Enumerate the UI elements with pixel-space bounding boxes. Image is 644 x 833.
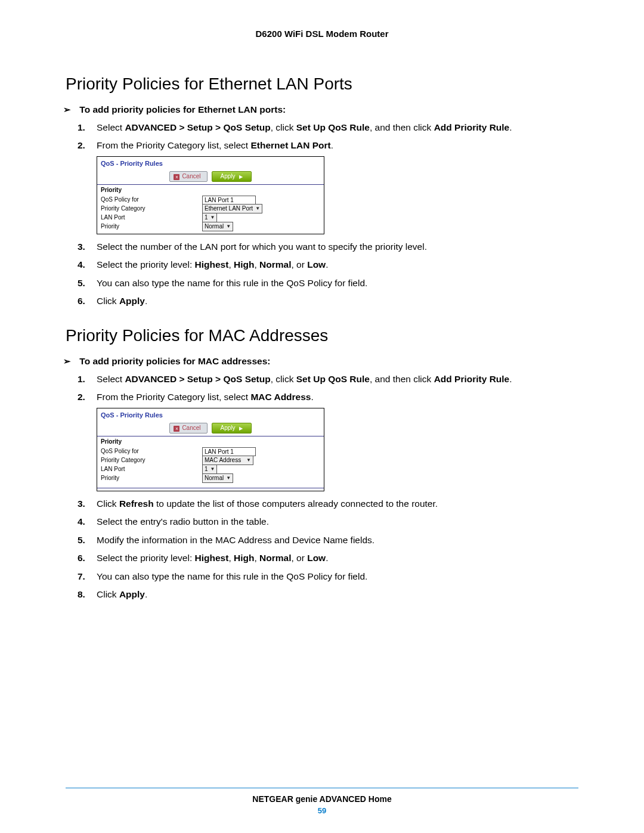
priority-select[interactable]: Normal▼ [202,222,233,231]
fig-label: Priority [101,222,202,231]
step-number: 4. [78,258,85,271]
apply-button[interactable]: Apply▶ [212,171,252,182]
page-number: 59 [66,806,578,815]
figure-qos-mac: QoS - Priority Rules xCancel Apply▶ Prio… [97,408,324,491]
fig-label: LAN Port [101,213,202,222]
chevron-down-icon: ▼ [226,475,231,482]
priority-select[interactable]: Normal▼ [202,473,233,483]
doc-header: D6200 WiFi DSL Modem Router [66,29,578,39]
section1-intro: ➢ To add priority policies for Ethernet … [66,104,578,115]
step-number: 1. [78,121,85,134]
fig-label: QoS Policy for [101,196,202,205]
chevron-down-icon: ▼ [255,205,260,212]
section2-intro-text: To add priority policies for MAC address… [79,356,270,366]
step-number: 6. [78,552,85,565]
arrow-icon: ➢ [63,356,71,366]
step-number: 6. [78,295,85,308]
page-footer: NETGEAR genie ADVANCED Home 59 [66,788,578,815]
cancel-button[interactable]: xCancel [169,171,207,182]
step-number: 8. [78,588,85,601]
fig-label: Priority Category [101,205,202,213]
priority-category-select[interactable]: Ethernet LAN Port▼ [202,204,262,213]
close-icon: x [174,426,179,432]
chevron-right-icon: ▶ [239,174,243,179]
section1-intro-text: To add priority policies for Ethernet LA… [79,104,286,114]
qos-policy-input[interactable]: LAN Port 1 [202,196,256,205]
step-number: 1. [78,373,85,386]
lan-port-select[interactable]: 1▼ [202,465,217,474]
step-number: 4. [78,515,85,528]
chevron-right-icon: ▶ [239,426,243,431]
chevron-down-icon: ▼ [210,214,215,221]
section1-heading: Priority Policies for Ethernet LAN Ports [66,75,578,94]
arrow-icon: ➢ [63,104,71,114]
step-number: 5. [78,534,85,547]
step-number: 2. [78,391,85,404]
chevron-down-icon: ▼ [246,457,251,464]
close-icon: x [174,174,179,180]
priority-category-select[interactable]: MAC Address▼ [202,456,253,465]
qos-policy-input[interactable]: LAN Port 1 [202,447,256,456]
chevron-down-icon: ▼ [226,223,231,230]
section2-heading: Priority Policies for MAC Addresses [66,326,578,345]
figure-subhead: Priority [97,436,324,447]
fig-label: Priority [101,474,202,483]
step-number: 2. [78,139,85,152]
apply-button[interactable]: Apply▶ [212,423,252,434]
step-number: 3. [78,240,85,253]
figure-subhead: Priority [97,184,324,196]
cancel-button[interactable]: xCancel [169,423,207,434]
section2-intro: ➢ To add priority policies for MAC addre… [66,356,578,367]
section2-steps: 1. Select ADVANCED > Setup > QoS Setup, … [66,373,578,602]
footer-text: NETGEAR genie ADVANCED Home [66,794,578,804]
fig-label: Priority Category [101,456,202,465]
step-number: 3. [78,497,85,510]
lan-port-select[interactable]: 1▼ [202,213,217,222]
figure-title: QoS - Priority Rules [97,157,324,170]
section1-steps: 1. Select ADVANCED > Setup > QoS Setup, … [66,121,578,308]
fig-label: QoS Policy for [101,447,202,456]
step-number: 5. [78,277,85,290]
chevron-down-icon: ▼ [210,466,215,473]
fig-label: LAN Port [101,465,202,474]
figure-title: QoS - Priority Rules [97,408,324,422]
step-number: 7. [78,570,85,583]
figure-qos-lan: QoS - Priority Rules xCancel Apply▶ Prio… [97,156,324,234]
